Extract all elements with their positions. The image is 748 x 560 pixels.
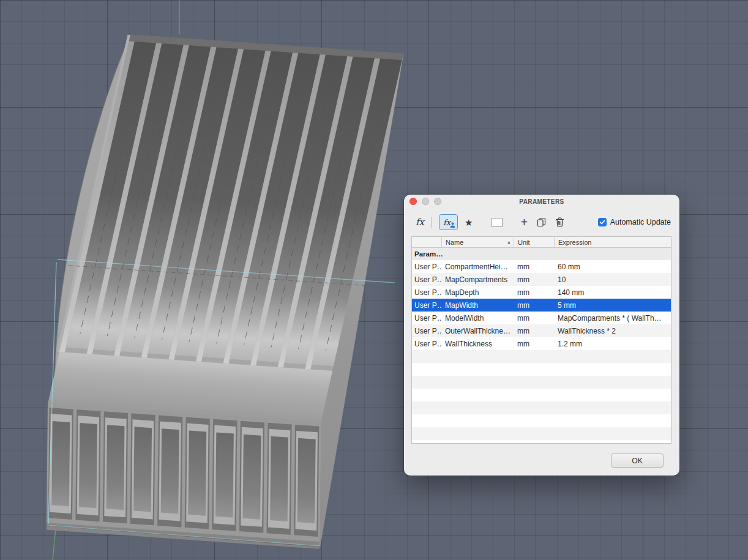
param-name: MapDepth [441,288,514,297]
user-parameters-button[interactable]: fx [439,214,458,230]
param-name: ModelWidth [441,314,514,323]
zoom-button[interactable] [434,198,441,205]
toolbar-divider [431,217,432,228]
param-scope: User P… [412,263,441,271]
empty-row[interactable] [412,350,671,363]
empty-row[interactable] [412,427,671,440]
param-name: MapWidth [441,301,514,310]
parameter-row[interactable]: User P… WallThickness mm 1.2 mm [412,337,671,350]
minimize-button[interactable] [422,198,429,205]
copy-icon [537,217,547,227]
person-icon [450,222,455,228]
parameter-row[interactable]: User P… MapDepth mm 140 mm [412,286,671,299]
ok-button[interactable]: OK [611,454,664,468]
trash-icon [555,217,564,227]
parameter-row[interactable]: User P… MapWidth mm 5 mm [412,299,671,312]
model-front-band [47,403,321,549]
param-name: CompartmentHei… [441,263,514,271]
empty-row[interactable] [412,363,671,376]
param-expression: WallThickness * 2 [554,327,671,335]
table-header: Name ▲ Unit Expression [412,237,671,248]
delete-parameter-button[interactable] [555,217,564,227]
param-name: WallThickness [441,340,514,348]
expression-column-header[interactable]: Expression [554,237,671,247]
dialog-title: PARAMETERS [404,195,679,209]
param-unit: mm [514,263,554,271]
empty-row[interactable] [412,414,671,427]
scope-column-header [412,237,441,247]
checkmark-icon [599,218,606,226]
param-scope: User P… [412,275,441,284]
param-expression: 140 mm [554,288,671,297]
empty-row[interactable] [412,440,671,444]
name-column-header[interactable]: Name ▲ [441,237,514,247]
param-unit: mm [514,327,554,335]
param-scope: User P… [412,301,441,310]
sort-ascending-icon: ▲ [507,240,511,244]
automatic-update-control: Automatic Update [598,218,671,226]
param-name: MapCompartments [441,275,514,284]
param-expression: 5 mm [554,301,671,310]
empty-row[interactable] [412,389,671,401]
param-unit: mm [514,275,554,284]
parameter-table-body: User P… CompartmentHei… mm 60 mm User P…… [412,260,671,444]
param-expression: 10 [554,275,671,284]
copy-parameter-button[interactable] [537,217,547,227]
dialog-titlebar[interactable]: PARAMETERS [404,195,679,208]
parameter-row[interactable]: User P… ModelWidth mm MapCompartments * … [412,312,671,324]
model-parameters-fx-icon[interactable]: fx [416,217,424,228]
param-expression: 1.2 mm [554,340,671,348]
parameters-dialog: PARAMETERS fx fx ★ + [404,195,679,476]
close-button[interactable] [410,198,417,205]
automatic-update-label: Automatic Update [610,218,671,226]
param-expression: MapCompartments * ( WallTh… [554,314,671,323]
param-scope: User P… [412,314,441,323]
add-parameter-button[interactable]: + [520,216,528,228]
param-unit: mm [514,301,554,310]
name-column-label: Name [446,239,463,246]
parameter-row[interactable]: User P… MapCompartments mm 10 [412,273,671,286]
param-unit: mm [514,314,554,323]
unit-column-header[interactable]: Unit [514,237,554,247]
parameter-group-row[interactable]: Param… [412,248,671,260]
param-unit: mm [514,340,554,348]
param-scope: User P… [412,288,441,297]
param-name: OuterWallThickne… [441,327,514,335]
automatic-update-checkbox[interactable] [598,218,607,226]
favorites-star-icon[interactable]: ★ [465,218,473,227]
param-expression: 60 mm [554,263,671,271]
parameter-row[interactable]: User P… OuterWallThickne… mm WallThickne… [412,324,671,337]
param-scope: User P… [412,340,441,348]
empty-row[interactable] [412,376,671,389]
param-scope: User P… [412,327,441,335]
param-unit: mm [514,288,554,297]
parameters-table: Name ▲ Unit Expression Param… User P… Co… [411,236,671,444]
empty-row[interactable] [412,401,671,414]
parameter-row[interactable]: User P… CompartmentHei… mm 60 mm [412,260,671,273]
filter-swatch-checkbox[interactable] [492,218,503,227]
fusion-viewport[interactable]: PARAMETERS fx fx ★ + [0,0,748,560]
dialog-toolbar: fx fx ★ + [404,208,679,236]
